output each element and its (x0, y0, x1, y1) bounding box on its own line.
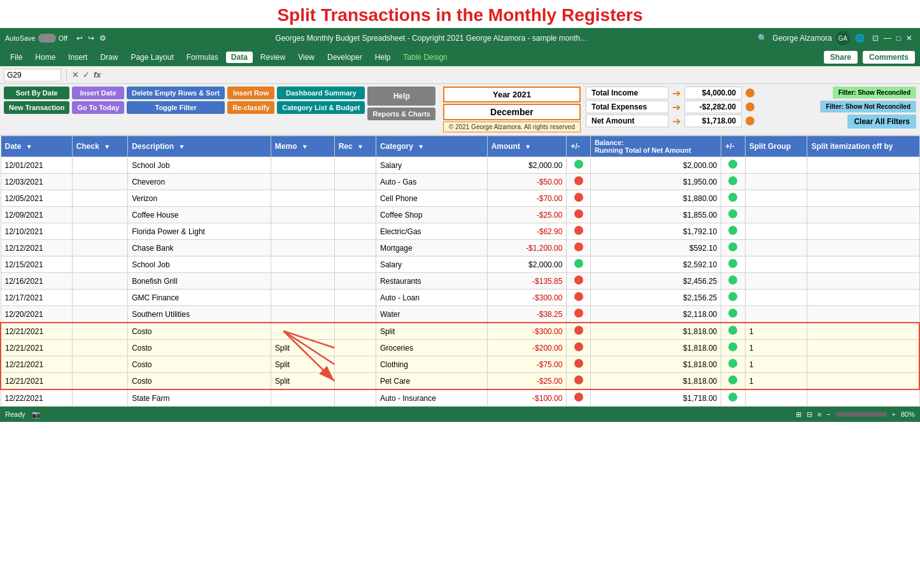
transactions-table: Date ▼ Check ▼ Description ▼ Memo ▼ Rec … (0, 136, 920, 407)
comments-button[interactable]: Comments (863, 51, 915, 64)
memo-cell: Split (271, 373, 334, 390)
category-list-budget-button[interactable]: Category List & Budget (277, 101, 365, 114)
menu-developer[interactable]: Developer (322, 52, 367, 63)
date-cell: 12/05/2021 (1, 190, 72, 207)
balance-cell: $2,000.00 (590, 157, 721, 174)
spreadsheet-container: Date ▼ Check ▼ Description ▼ Memo ▼ Rec … (0, 136, 920, 407)
dashboard-summary-button[interactable]: Dashboard Summary (277, 87, 365, 99)
date-cell: 12/22/2021 (1, 389, 72, 407)
cell-reference-input[interactable] (4, 69, 61, 81)
menu-file[interactable]: File (5, 52, 27, 63)
rec-filter-icon[interactable]: ▼ (357, 143, 364, 150)
formula-input[interactable] (104, 69, 916, 81)
category-cell: Electric/Gas (376, 223, 487, 240)
split-item-cell (807, 207, 919, 223)
expenses-indicator (746, 102, 754, 111)
menu-draw[interactable]: Draw (95, 52, 123, 63)
date-cell: 12/21/2021 (1, 340, 72, 356)
globe-icon[interactable]: 🌐 (855, 34, 865, 43)
formula-confirm-icon[interactable]: ✓ (83, 70, 90, 80)
balance-green-dot (728, 375, 737, 384)
rec-cell (334, 306, 376, 323)
new-transaction-button[interactable]: New Transaction (4, 101, 69, 114)
category-cell: Groceries (376, 340, 487, 356)
delete-empty-rows-button[interactable]: Delete Empty Rows & Sort (127, 87, 225, 99)
redo-icon[interactable]: ↪ (88, 34, 94, 43)
rec-dot-cell (567, 340, 590, 356)
red-dot (574, 292, 583, 301)
menu-table-design[interactable]: Table Design (398, 52, 452, 63)
menu-formulas[interactable]: Formulas (181, 52, 223, 63)
red-unreconciled-dot (574, 342, 583, 351)
page-layout-icon[interactable]: ⊟ (807, 410, 812, 419)
rec-cell (334, 174, 376, 190)
filter-show-reconciled-button[interactable]: Filter: Show Reconciled (833, 87, 916, 99)
user-avatar: GA (836, 31, 850, 45)
zoom-out-icon[interactable]: − (826, 410, 830, 418)
autosave-label: AutoSave (5, 34, 36, 42)
category-cell: Mortgage (376, 240, 487, 256)
undo-icon[interactable]: ↩ (76, 34, 83, 43)
clear-all-filters-button[interactable]: Clear All Filters (847, 115, 916, 129)
split-item-cell (807, 389, 919, 407)
formula-cancel-icon[interactable]: ✕ (72, 70, 79, 80)
quick-access-icon[interactable]: ⚙ (99, 34, 106, 43)
dot-cell (567, 190, 590, 207)
amount-cell: -$25.00 (487, 373, 567, 390)
desc-cell: Coffee House (128, 207, 271, 223)
bal-dot-cell (721, 290, 745, 306)
formula-fx-icon[interactable]: fx (94, 70, 101, 80)
zoom-bar[interactable] (836, 412, 887, 417)
reclassify-button[interactable]: Re-classify (227, 101, 274, 114)
insert-row-button[interactable]: Insert Row (227, 87, 274, 99)
toggle-filter-button[interactable]: Toggle Filter (127, 101, 225, 114)
zoom-in-icon[interactable]: + (892, 410, 896, 418)
sort-by-date-button[interactable]: Sort By Date (4, 87, 69, 99)
restore-icon[interactable]: ⊡ (872, 34, 879, 43)
search-icon[interactable]: 🔍 (758, 34, 767, 43)
split-item-cell (807, 290, 919, 306)
th-balance: Balance:Running Total of Net Amount (590, 136, 721, 157)
menu-bar: File Home Insert Draw Page Layout Formul… (0, 48, 920, 66)
menu-page-layout[interactable]: Page Layout (125, 52, 178, 63)
desc-filter-icon[interactable]: ▼ (179, 143, 185, 150)
page-break-icon[interactable]: ≡ (817, 410, 821, 418)
red-dot (574, 276, 583, 284)
menu-insert[interactable]: Insert (63, 52, 92, 63)
autosave-toggle[interactable] (38, 34, 56, 43)
menu-help[interactable]: Help (370, 52, 396, 63)
insert-date-button[interactable]: Insert Date (72, 87, 124, 99)
balance-green-dot (728, 342, 737, 351)
bal-dot-cell (721, 306, 745, 323)
amount-cell: -$135.85 (487, 273, 567, 290)
go-to-today-button[interactable]: Go To Today (72, 101, 124, 114)
category-cell: Coffee Shop (376, 207, 487, 223)
reports-charts-button[interactable]: Reports & Charts (367, 108, 435, 120)
rec-cell (334, 256, 376, 273)
split-group-cell (745, 256, 807, 273)
menu-view[interactable]: View (293, 52, 320, 63)
amount-filter-icon[interactable]: ▼ (525, 143, 531, 150)
dot-cell (567, 389, 590, 407)
dot-cell (567, 290, 590, 306)
th-amount-pm: +/- (567, 136, 590, 157)
filter-show-not-reconciled-button[interactable]: Filter: Show Not Reconciled (820, 101, 916, 113)
income-indicator (746, 88, 754, 97)
share-button[interactable]: Share (824, 51, 858, 64)
check-filter-icon[interactable]: ▼ (104, 143, 110, 150)
close-icon[interactable]: ✕ (906, 34, 912, 43)
maximize-icon[interactable]: □ (896, 34, 901, 43)
help-button[interactable]: Help (367, 87, 435, 106)
date-filter-icon[interactable]: ▼ (26, 143, 32, 150)
net-amount-row: Net Amount ➔ $1,718.00 (586, 115, 809, 127)
normal-view-icon[interactable]: ⊞ (796, 410, 802, 419)
split-group-cell: 1 (745, 323, 807, 340)
menu-home[interactable]: Home (30, 52, 60, 63)
bal-dot-cell (721, 389, 745, 407)
minimize-icon[interactable]: — (884, 34, 891, 43)
menu-data[interactable]: Data (226, 52, 253, 63)
cat-filter-icon[interactable]: ▼ (418, 143, 424, 150)
memo-filter-icon[interactable]: ▼ (302, 143, 308, 150)
menu-review[interactable]: Review (255, 52, 290, 63)
app-title: Georges Monthly Budget Spreadsheet - Cop… (109, 34, 753, 43)
